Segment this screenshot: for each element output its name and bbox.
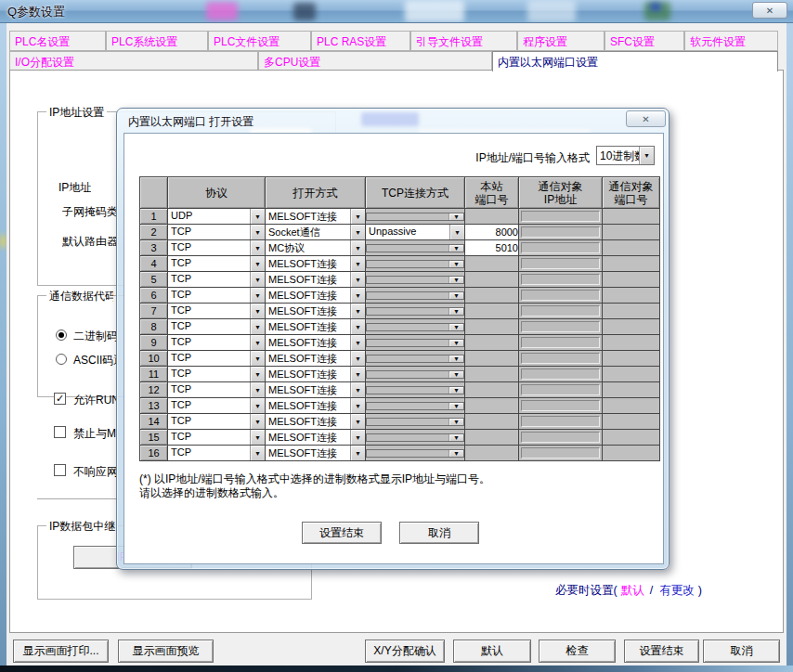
dialog-cancel-button[interactable]: 取消 xyxy=(399,522,479,544)
protocol-select[interactable]: TCP▼ xyxy=(168,335,265,350)
open-mode-select[interactable]: MC协议▼ xyxy=(266,240,365,255)
tcp-mode-select[interactable]: ▼ xyxy=(366,260,464,268)
chevron-down-icon[interactable]: ▼ xyxy=(448,434,463,441)
tcp-mode-select[interactable]: ▼ xyxy=(366,386,464,394)
protocol-select[interactable]: UDP▼ xyxy=(168,209,265,224)
open-mode-select[interactable]: MELSOFT连接▼ xyxy=(266,272,365,287)
chevron-down-icon[interactable]: ▼ xyxy=(448,340,463,346)
chevron-down-icon[interactable]: ▼ xyxy=(448,245,463,252)
open-mode-select[interactable]: MELSOFT连接▼ xyxy=(266,288,365,303)
chevron-down-icon[interactable]: ▼ xyxy=(639,147,654,164)
tcp-mode-select[interactable]: ▼ xyxy=(366,213,464,221)
protocol-select[interactable]: TCP▼ xyxy=(168,414,265,429)
open-mode-select[interactable]: MELSOFT连接▼ xyxy=(266,367,365,381)
chevron-down-icon[interactable]: ▼ xyxy=(448,371,463,378)
chevron-down-icon[interactable]: ▼ xyxy=(350,351,365,366)
tcp-mode-select[interactable]: ▼ xyxy=(366,276,464,284)
protocol-select[interactable]: TCP▼ xyxy=(168,288,265,303)
cancel-button[interactable]: 取消 xyxy=(703,640,780,663)
chevron-down-icon[interactable]: ▼ xyxy=(448,213,463,220)
protocol-select[interactable]: TCP▼ xyxy=(168,304,265,318)
disable-melsoft-checkbox[interactable] xyxy=(54,426,66,438)
chevron-down-icon[interactable]: ▼ xyxy=(250,414,265,429)
protocol-select[interactable]: TCP▼ xyxy=(168,430,265,445)
tab-plc-file[interactable]: PLC文件设置 xyxy=(208,31,311,51)
chevron-down-icon[interactable]: ▼ xyxy=(250,240,265,255)
chevron-down-icon[interactable]: ▼ xyxy=(350,430,365,445)
chevron-down-icon[interactable]: ▼ xyxy=(350,398,365,413)
chevron-down-icon[interactable]: ▼ xyxy=(448,292,463,299)
chevron-down-icon[interactable]: ▼ xyxy=(250,319,265,334)
chevron-down-icon[interactable]: ▼ xyxy=(350,209,365,224)
open-mode-select[interactable]: MELSOFT连接▼ xyxy=(266,414,365,429)
tab-plc-ras[interactable]: PLC RAS设置 xyxy=(311,31,410,51)
protocol-select[interactable]: TCP▼ xyxy=(168,398,265,413)
protocol-select[interactable]: TCP▼ xyxy=(168,319,265,334)
tab-program[interactable]: 程序设置 xyxy=(517,31,604,51)
chevron-down-icon[interactable]: ▼ xyxy=(350,414,365,429)
tab-multi-cpu[interactable]: 多CPU设置 xyxy=(258,51,492,71)
chevron-down-icon[interactable]: ▼ xyxy=(250,398,265,413)
open-mode-select[interactable]: Socket通信▼ xyxy=(266,225,365,239)
chevron-down-icon[interactable]: ▼ xyxy=(350,304,365,318)
tab-plc-name[interactable]: PLC名设置 xyxy=(9,31,106,51)
protocol-select[interactable]: TCP▼ xyxy=(168,225,265,239)
chevron-down-icon[interactable]: ▼ xyxy=(448,355,463,362)
tcp-mode-select[interactable]: ▼ xyxy=(366,244,464,252)
display-print-button[interactable]: 显示画面打印... xyxy=(13,640,109,663)
local-port-cell[interactable]: 8000 xyxy=(465,225,519,240)
allow-run-write-checkbox[interactable]: ✓ xyxy=(54,393,66,405)
tcp-mode-select[interactable]: Unpassive▼ xyxy=(366,225,464,239)
tcp-mode-select[interactable]: ▼ xyxy=(366,402,464,410)
open-mode-select[interactable]: MELSOFT连接▼ xyxy=(266,335,365,350)
tab-builtin-ethernet[interactable]: 内置以太网端口设置 xyxy=(492,51,778,71)
tab-device[interactable]: 软元件设置 xyxy=(684,31,778,51)
dialog-finish-button[interactable]: 设置结束 xyxy=(302,522,382,544)
xy-assignment-button[interactable]: X/Y分配确认 xyxy=(365,640,445,663)
open-mode-select[interactable]: MELSOFT连接▼ xyxy=(266,304,365,318)
chevron-down-icon[interactable]: ▼ xyxy=(448,403,463,409)
local-port-cell[interactable]: 5010 xyxy=(465,240,519,256)
chevron-down-icon[interactable]: ▼ xyxy=(250,335,265,350)
chevron-down-icon[interactable]: ▼ xyxy=(448,419,463,425)
chevron-down-icon[interactable]: ▼ xyxy=(448,450,463,457)
tab-boot-file[interactable]: 引导文件设置 xyxy=(410,31,517,51)
chevron-down-icon[interactable]: ▼ xyxy=(250,272,265,287)
open-mode-select[interactable]: MELSOFT连接▼ xyxy=(266,351,365,366)
chevron-down-icon[interactable]: ▼ xyxy=(350,272,365,287)
chevron-down-icon[interactable]: ▼ xyxy=(449,225,464,239)
tcp-mode-select[interactable]: ▼ xyxy=(366,307,464,316)
chevron-down-icon[interactable]: ▼ xyxy=(448,308,463,315)
display-preview-button[interactable]: 显示画面预览 xyxy=(118,640,214,663)
chevron-down-icon[interactable]: ▼ xyxy=(350,446,365,460)
tcp-mode-select[interactable]: ▼ xyxy=(366,370,464,379)
chevron-down-icon[interactable]: ▼ xyxy=(250,446,265,460)
chevron-down-icon[interactable]: ▼ xyxy=(448,261,463,267)
tcp-mode-select[interactable]: ▼ xyxy=(366,339,464,347)
chevron-down-icon[interactable]: ▼ xyxy=(350,288,365,303)
dialog-close-icon[interactable]: ✕ xyxy=(626,110,666,127)
window-close-icon[interactable]: ✕ xyxy=(752,2,787,19)
protocol-select[interactable]: TCP▼ xyxy=(168,256,265,271)
chevron-down-icon[interactable]: ▼ xyxy=(250,382,265,397)
protocol-select[interactable]: TCP▼ xyxy=(168,446,265,460)
open-mode-select[interactable]: MELSOFT连接▼ xyxy=(266,319,365,334)
chevron-down-icon[interactable]: ▼ xyxy=(350,382,365,397)
open-mode-select[interactable]: MELSOFT连接▼ xyxy=(266,446,365,460)
chevron-down-icon[interactable]: ▼ xyxy=(250,351,265,366)
chevron-down-icon[interactable]: ▼ xyxy=(350,319,365,334)
tcp-mode-select[interactable]: ▼ xyxy=(366,355,464,363)
protocol-select[interactable]: TCP▼ xyxy=(168,382,265,397)
protocol-select[interactable]: TCP▼ xyxy=(168,351,265,366)
binary-code-radio[interactable] xyxy=(56,330,67,341)
chevron-down-icon[interactable]: ▼ xyxy=(350,240,365,255)
chevron-down-icon[interactable]: ▼ xyxy=(448,277,463,283)
open-mode-select[interactable]: MELSOFT连接▼ xyxy=(266,382,365,397)
protocol-select[interactable]: TCP▼ xyxy=(168,367,265,381)
chevron-down-icon[interactable]: ▼ xyxy=(250,367,265,381)
chevron-down-icon[interactable]: ▼ xyxy=(250,430,265,445)
tcp-mode-select[interactable]: ▼ xyxy=(366,449,464,458)
tab-plc-system[interactable]: PLC系统设置 xyxy=(106,31,208,51)
open-mode-select[interactable]: MELSOFT连接▼ xyxy=(266,209,365,224)
tab-sfc[interactable]: SFC设置 xyxy=(604,31,684,51)
